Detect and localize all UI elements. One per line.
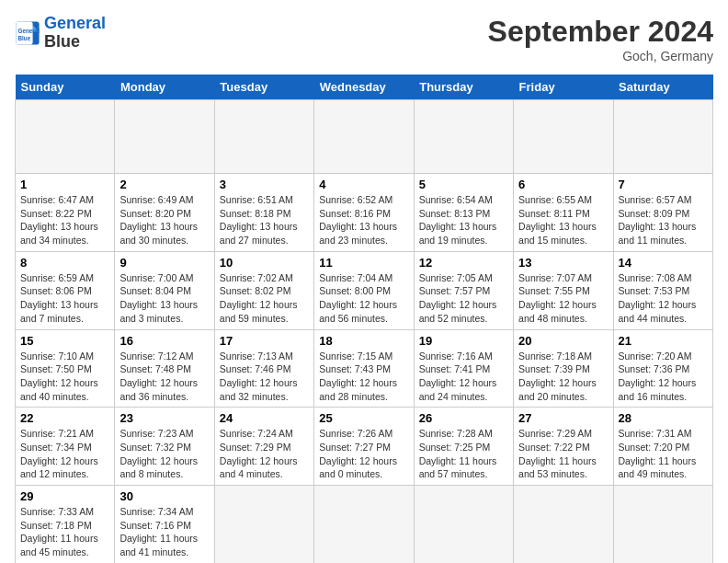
- day-cell: 28Sunrise: 7:31 AMSunset: 7:20 PMDayligh…: [613, 408, 712, 486]
- col-header-monday: Monday: [115, 75, 214, 100]
- day-number: 26: [419, 411, 508, 425]
- svg-text:General: General: [18, 28, 40, 34]
- day-cell: 30Sunrise: 7:34 AMSunset: 7:16 PMDayligh…: [115, 486, 214, 564]
- week-row-2: 8Sunrise: 6:59 AMSunset: 8:06 PMDaylight…: [16, 251, 713, 329]
- day-cell: 16Sunrise: 7:12 AMSunset: 7:48 PMDayligh…: [115, 329, 214, 408]
- day-cell: [16, 100, 115, 174]
- month-title: September 2024: [488, 15, 713, 49]
- day-number: 22: [20, 411, 109, 425]
- day-cell: 19Sunrise: 7:16 AMSunset: 7:41 PMDayligh…: [414, 329, 513, 408]
- day-number: 8: [20, 256, 109, 270]
- day-cell: [414, 100, 513, 174]
- day-cell: 4Sunrise: 6:52 AMSunset: 8:16 PMDaylight…: [314, 174, 414, 252]
- col-header-sunday: Sunday: [16, 75, 115, 100]
- day-detail: Sunrise: 6:49 AMSunset: 8:20 PMDaylight:…: [119, 193, 209, 247]
- day-detail: Sunrise: 7:23 AMSunset: 7:32 PMDaylight:…: [119, 427, 209, 481]
- day-number: 25: [319, 411, 408, 425]
- week-row-4: 22Sunrise: 7:21 AMSunset: 7:34 PMDayligh…: [16, 408, 713, 486]
- day-number: 19: [419, 334, 508, 348]
- day-cell: 15Sunrise: 7:10 AMSunset: 7:50 PMDayligh…: [16, 329, 115, 408]
- day-detail: Sunrise: 7:13 AMSunset: 7:46 PMDaylight:…: [220, 350, 309, 404]
- day-number: 17: [220, 334, 309, 348]
- day-number: 28: [619, 411, 708, 425]
- week-row-1: 1Sunrise: 6:47 AMSunset: 8:22 PMDaylight…: [16, 174, 713, 252]
- day-cell: [514, 100, 613, 174]
- day-number: 10: [220, 256, 309, 270]
- day-number: 16: [119, 334, 209, 348]
- day-detail: Sunrise: 7:00 AMSunset: 8:04 PMDaylight:…: [119, 271, 209, 326]
- day-detail: Sunrise: 7:15 AMSunset: 7:43 PMDaylight:…: [319, 350, 408, 404]
- day-detail: Sunrise: 6:54 AMSunset: 8:13 PMDaylight:…: [419, 193, 508, 247]
- day-cell: [613, 486, 712, 564]
- calendar-table: SundayMondayTuesdayWednesdayThursdayFrid…: [15, 75, 713, 563]
- day-cell: [214, 486, 313, 564]
- day-detail: Sunrise: 6:52 AMSunset: 8:16 PMDaylight:…: [319, 193, 408, 247]
- day-cell: 26Sunrise: 7:28 AMSunset: 7:25 PMDayligh…: [414, 408, 513, 486]
- day-detail: Sunrise: 7:34 AMSunset: 7:16 PMDaylight:…: [119, 505, 209, 559]
- day-cell: 13Sunrise: 7:07 AMSunset: 7:55 PMDayligh…: [514, 251, 613, 329]
- day-cell: 25Sunrise: 7:26 AMSunset: 7:27 PMDayligh…: [314, 408, 414, 486]
- week-row-0: [16, 100, 713, 174]
- day-detail: Sunrise: 7:07 AMSunset: 7:55 PMDaylight:…: [518, 271, 608, 326]
- day-number: 9: [119, 256, 209, 270]
- day-cell: 18Sunrise: 7:15 AMSunset: 7:43 PMDayligh…: [314, 329, 414, 408]
- day-cell: 27Sunrise: 7:29 AMSunset: 7:22 PMDayligh…: [514, 408, 613, 486]
- day-detail: Sunrise: 7:31 AMSunset: 7:20 PMDaylight:…: [619, 427, 708, 481]
- day-detail: Sunrise: 6:57 AMSunset: 8:09 PMDaylight:…: [619, 193, 708, 247]
- col-header-saturday: Saturday: [613, 75, 712, 100]
- day-cell: 6Sunrise: 6:55 AMSunset: 8:11 PMDaylight…: [514, 174, 613, 252]
- week-row-5: 29Sunrise: 7:33 AMSunset: 7:18 PMDayligh…: [16, 486, 713, 564]
- day-cell: 7Sunrise: 6:57 AMSunset: 8:09 PMDaylight…: [613, 174, 712, 252]
- day-detail: Sunrise: 7:24 AMSunset: 7:29 PMDaylight:…: [220, 427, 309, 481]
- day-cell: [314, 100, 414, 174]
- day-cell: [314, 486, 414, 564]
- day-detail: Sunrise: 7:05 AMSunset: 7:57 PMDaylight:…: [419, 271, 508, 326]
- day-detail: Sunrise: 7:33 AMSunset: 7:18 PMDaylight:…: [20, 505, 109, 559]
- title-area: September 2024 Goch, Germany: [488, 15, 713, 63]
- day-cell: [115, 100, 214, 174]
- day-detail: Sunrise: 7:12 AMSunset: 7:48 PMDaylight:…: [119, 350, 209, 404]
- day-number: 3: [220, 178, 309, 191]
- day-cell: 17Sunrise: 7:13 AMSunset: 7:46 PMDayligh…: [214, 329, 313, 408]
- day-number: 23: [119, 411, 209, 425]
- day-number: 15: [20, 334, 109, 348]
- logo-text: GeneralBlue: [44, 15, 106, 52]
- day-number: 4: [319, 178, 408, 191]
- day-number: 27: [518, 411, 608, 425]
- day-cell: 3Sunrise: 6:51 AMSunset: 8:18 PMDaylight…: [214, 174, 313, 252]
- day-cell: [414, 486, 513, 564]
- day-number: 20: [518, 334, 608, 348]
- day-detail: Sunrise: 7:21 AMSunset: 7:34 PMDaylight:…: [20, 427, 109, 481]
- col-header-friday: Friday: [514, 75, 613, 100]
- day-cell: [514, 486, 613, 564]
- day-detail: Sunrise: 7:10 AMSunset: 7:50 PMDaylight:…: [20, 350, 109, 404]
- day-cell: 8Sunrise: 6:59 AMSunset: 8:06 PMDaylight…: [16, 251, 115, 329]
- day-cell: [613, 100, 712, 174]
- day-cell: [214, 100, 313, 174]
- day-detail: Sunrise: 7:04 AMSunset: 8:00 PMDaylight:…: [319, 271, 408, 326]
- day-detail: Sunrise: 6:59 AMSunset: 8:06 PMDaylight:…: [20, 271, 109, 326]
- week-row-3: 15Sunrise: 7:10 AMSunset: 7:50 PMDayligh…: [16, 329, 713, 408]
- calendar-header-row: SundayMondayTuesdayWednesdayThursdayFrid…: [16, 75, 713, 100]
- day-detail: Sunrise: 7:18 AMSunset: 7:39 PMDaylight:…: [518, 350, 608, 404]
- col-header-tuesday: Tuesday: [214, 75, 313, 100]
- day-detail: Sunrise: 6:51 AMSunset: 8:18 PMDaylight:…: [220, 193, 309, 247]
- day-cell: 29Sunrise: 7:33 AMSunset: 7:18 PMDayligh…: [16, 486, 115, 564]
- day-cell: 10Sunrise: 7:02 AMSunset: 8:02 PMDayligh…: [214, 251, 313, 329]
- day-detail: Sunrise: 6:47 AMSunset: 8:22 PMDaylight:…: [20, 193, 109, 247]
- day-detail: Sunrise: 7:28 AMSunset: 7:25 PMDaylight:…: [419, 427, 508, 481]
- day-cell: 2Sunrise: 6:49 AMSunset: 8:20 PMDaylight…: [115, 174, 214, 252]
- day-number: 7: [619, 178, 708, 191]
- day-cell: 12Sunrise: 7:05 AMSunset: 7:57 PMDayligh…: [414, 251, 513, 329]
- day-number: 14: [619, 256, 708, 270]
- day-number: 13: [518, 256, 608, 270]
- day-number: 5: [419, 178, 508, 191]
- logo: General Blue GeneralBlue: [15, 15, 106, 52]
- day-cell: 24Sunrise: 7:24 AMSunset: 7:29 PMDayligh…: [214, 408, 313, 486]
- day-detail: Sunrise: 7:29 AMSunset: 7:22 PMDaylight:…: [518, 427, 608, 481]
- day-detail: Sunrise: 7:16 AMSunset: 7:41 PMDaylight:…: [419, 350, 508, 404]
- day-detail: Sunrise: 7:20 AMSunset: 7:36 PMDaylight:…: [619, 350, 708, 404]
- day-cell: 20Sunrise: 7:18 AMSunset: 7:39 PMDayligh…: [514, 329, 613, 408]
- day-number: 18: [319, 334, 408, 348]
- location: Goch, Germany: [488, 49, 713, 63]
